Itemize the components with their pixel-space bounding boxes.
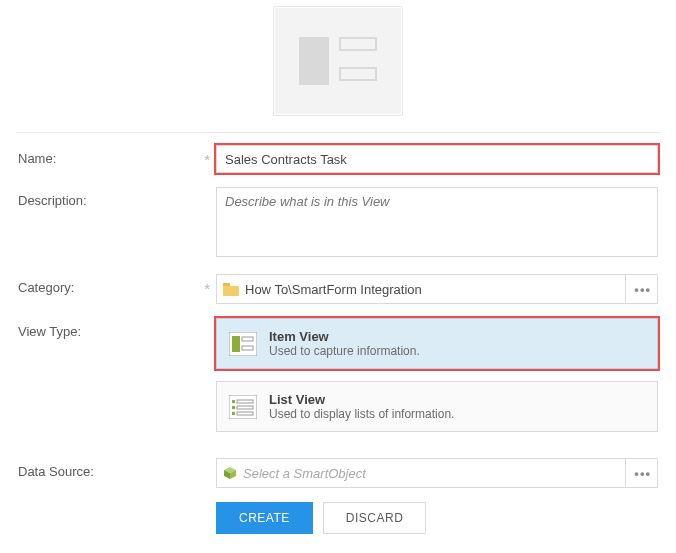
folder-icon: [223, 283, 239, 296]
name-input[interactable]: [216, 145, 658, 173]
view-type-option-item[interactable]: Item View Used to capture information.: [216, 318, 658, 369]
hero-illustration: [273, 6, 403, 116]
item-view-subtitle: Used to capture information.: [269, 344, 420, 358]
category-label: Category:: [18, 274, 198, 295]
discard-button[interactable]: DISCARD: [323, 502, 427, 534]
svg-rect-7: [232, 406, 235, 409]
data-source-label: Data Source:: [18, 458, 198, 479]
item-view-title: Item View: [269, 329, 420, 344]
list-view-icon: [229, 395, 257, 419]
view-type-hero: [0, 0, 676, 132]
required-star-icon: *: [198, 145, 216, 168]
required-star-icon: *: [198, 274, 216, 297]
category-browse-button[interactable]: •••: [625, 275, 651, 303]
svg-rect-9: [232, 412, 235, 415]
create-button[interactable]: CREATE: [216, 502, 313, 534]
description-textarea[interactable]: [216, 187, 658, 257]
data-source-picker[interactable]: Select a SmartObject •••: [216, 458, 658, 488]
category-value: How To\SmartForm Integration: [245, 282, 619, 297]
smartobject-icon: [223, 466, 237, 480]
name-label: Name:: [18, 145, 198, 166]
view-type-option-list[interactable]: List View Used to display lists of infor…: [216, 381, 658, 432]
data-source-browse-button[interactable]: •••: [625, 459, 651, 487]
data-source-placeholder: Select a SmartObject: [243, 466, 619, 481]
form: Name: * Description: Category: * How To\…: [0, 145, 676, 534]
category-picker[interactable]: How To\SmartForm Integration •••: [216, 274, 658, 304]
list-view-subtitle: Used to display lists of information.: [269, 407, 454, 421]
divider: [16, 132, 660, 133]
svg-rect-1: [232, 336, 240, 352]
item-view-icon: [229, 332, 257, 356]
description-label: Description:: [18, 187, 198, 208]
svg-rect-5: [232, 400, 235, 403]
view-type-label: View Type:: [18, 318, 198, 339]
list-view-title: List View: [269, 392, 454, 407]
